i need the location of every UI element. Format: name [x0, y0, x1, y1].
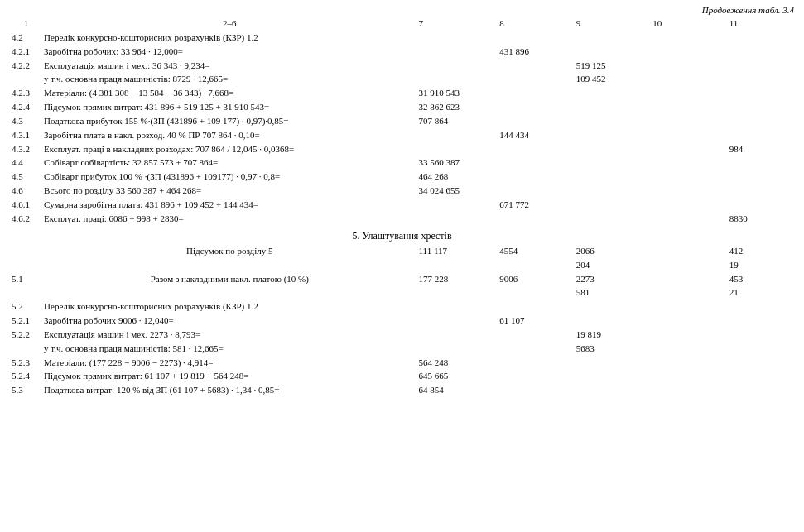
val: 109 452 — [575, 72, 652, 86]
val: 32 862 623 — [416, 100, 498, 114]
val: 645 665 — [416, 369, 498, 383]
table-row: 4.6.1Сумарна заробітна плата: 431 896 + … — [10, 198, 794, 212]
val: 19 819 — [575, 328, 652, 342]
desc: Експлуат. праці: 6086 + 998 + 2830= — [42, 212, 416, 226]
table-row: 5.2.4Підсумок прямих витрат: 61 107 + 19… — [10, 369, 794, 383]
table-row: 4.2.1Заробітна робочих: 33 964 · 12,000=… — [10, 45, 794, 59]
table-row: 4.4Собіварт собівартість: 32 857 573 + 7… — [10, 156, 794, 170]
section-title: 5. Улаштування хрестів — [10, 226, 794, 244]
idx: 4.2.3 — [10, 86, 42, 100]
desc: Підсумок по розділу 5 — [42, 244, 416, 272]
table-row: у т.ч. основна праця машиністів: 8729 · … — [10, 72, 794, 86]
desc: Податкова витрат: 120 % від ЗП (61 107 +… — [42, 383, 416, 397]
desc: Перелік конкурсно-кошторисних розрахункі… — [42, 300, 416, 314]
head-9: 9 — [575, 17, 652, 31]
desc: Разом з накладними накл. платою (10 %) — [42, 272, 416, 300]
idx: 5.2.1 — [10, 314, 42, 328]
table-row: 5.1 Разом з накладними накл. платою (10 … — [10, 272, 794, 286]
idx: 5.2.3 — [10, 356, 42, 370]
val: 8830 — [728, 212, 794, 226]
table-row: 4.2.2Експлуатація машин і мех.: 36 343 ·… — [10, 59, 794, 73]
val: 5683 — [575, 342, 652, 356]
idx: 5.1 — [10, 272, 42, 300]
val: 61 107 — [498, 314, 575, 328]
idx: 4.6.1 — [10, 198, 42, 212]
table-row: 5.3Податкова витрат: 120 % від ЗП (61 10… — [10, 383, 794, 397]
idx: 5.2.2 — [10, 328, 42, 342]
desc: Експлуатація машин і мех.: 36 343 · 9,23… — [42, 59, 416, 73]
table-row: 4.6.2Експлуат. праці: 6086 + 998 + 2830=… — [10, 212, 794, 226]
val: 453 — [728, 272, 794, 286]
table-row: 4.3.2Експлуат. праці в накладних розхода… — [10, 142, 794, 156]
idx: 4.5 — [10, 170, 42, 184]
val: 9006 — [498, 272, 575, 300]
val: 564 248 — [416, 356, 498, 370]
val: 431 896 — [498, 45, 575, 59]
desc: Всього по розділу 33 560 387 + 464 268= — [42, 184, 416, 198]
table-row: у т.ч. основна праця машиністів: 581 · 1… — [10, 342, 794, 356]
table-row: Підсумок по розділу 5 111 117 4554 2066 … — [10, 244, 794, 258]
desc: у т.ч. основна праця машиністів: 581 · 1… — [42, 342, 416, 356]
idx: 4.6.2 — [10, 212, 42, 226]
table-row: 5.2.3Матеріали: (177 228 − 9006 − 2273) … — [10, 356, 794, 370]
desc: Податкова прибуток 155 %·(ЗП (431896 + 1… — [42, 114, 416, 128]
head-2: 2–6 — [42, 17, 416, 31]
desc: Експлуатація машин і мех. 2273 · 8,793= — [42, 328, 416, 342]
val: 144 434 — [498, 128, 575, 142]
desc: Заробітна робочих 9006 · 12,040= — [42, 314, 416, 328]
val: 177 228 — [416, 272, 498, 300]
continuation-label: Продовження табл. 3.4 — [10, 5, 794, 15]
val: 33 560 387 — [416, 156, 498, 170]
idx: 4.3.1 — [10, 128, 42, 142]
head-11: 11 — [728, 17, 794, 31]
idx: 4.2.4 — [10, 100, 42, 114]
desc: Підсумок прямих витрат: 431 896 + 519 12… — [42, 100, 416, 114]
table-row: 4.6Всього по розділу 33 560 387 + 464 26… — [10, 184, 794, 198]
table-row: 4.2Перелік конкурсно-кошторисних розраху… — [10, 31, 794, 45]
val: 111 117 — [416, 244, 498, 272]
val: 464 268 — [416, 170, 498, 184]
val: 2066 — [575, 244, 652, 258]
table-row: 4.2.3Матеріали: (4 381 308 − 13 584 − 36… — [10, 86, 794, 100]
idx: 4.3 — [10, 114, 42, 128]
val: 581 — [575, 285, 652, 300]
cost-table: 1 2–6 7 8 9 10 11 4.2Перелік конкурсно-к… — [10, 17, 794, 397]
val: 4554 — [498, 244, 575, 272]
idx: 5.2 — [10, 300, 42, 314]
val: 671 772 — [498, 198, 575, 212]
val: 707 864 — [416, 114, 498, 128]
val: 31 910 543 — [416, 86, 498, 100]
table-row: 5.2Перелік конкурсно-кошторисних розраху… — [10, 300, 794, 314]
idx: 4.4 — [10, 156, 42, 170]
table-row: 4.3Податкова прибуток 155 %·(ЗП (431896 … — [10, 114, 794, 128]
desc: Перелік конкурсно-кошторисних розрахункі… — [42, 31, 416, 45]
val: 21 — [728, 285, 794, 300]
val: 519 125 — [575, 59, 652, 73]
head-10: 10 — [651, 17, 728, 31]
val: 2273 — [575, 272, 652, 286]
desc: Заробітна робочих: 33 964 · 12,000= — [42, 45, 416, 59]
val: 64 854 — [416, 383, 498, 397]
desc: Матеріали: (4 381 308 − 13 584 − 36 343)… — [42, 86, 416, 100]
val: 34 024 655 — [416, 184, 498, 198]
head-1: 1 — [10, 17, 42, 31]
val: 412 — [728, 244, 794, 258]
desc: у т.ч. основна праця машиністів: 8729 · … — [42, 72, 416, 86]
desc: Заробітна плата в накл. розход. 40 % ПР … — [42, 128, 416, 142]
idx: 5.3 — [10, 383, 42, 397]
val: 204 — [575, 258, 652, 272]
idx: 5.2.4 — [10, 369, 42, 383]
desc: Собіварт собівартість: 32 857 573 + 707 … — [42, 156, 416, 170]
idx: 4.2 — [10, 31, 42, 45]
table-row: 4.2.4Підсумок прямих витрат: 431 896 + 5… — [10, 100, 794, 114]
desc: Сумарна заробітна плата: 431 896 + 109 4… — [42, 198, 416, 212]
idx: 4.3.2 — [10, 142, 42, 156]
table-row: 5.2.1Заробітна робочих 9006 · 12,040=61 … — [10, 314, 794, 328]
header-row: 1 2–6 7 8 9 10 11 — [10, 17, 794, 31]
desc: Підсумок прямих витрат: 61 107 + 19 819 … — [42, 369, 416, 383]
table-row: 4.5Собіварт прибуток 100 % ·(ЗП (431896 … — [10, 170, 794, 184]
val: 19 — [728, 258, 794, 272]
idx: 4.2.2 — [10, 59, 42, 73]
section-row: 5. Улаштування хрестів — [10, 226, 794, 244]
table-row: 5.2.2Експлуатація машин і мех. 2273 · 8,… — [10, 328, 794, 342]
